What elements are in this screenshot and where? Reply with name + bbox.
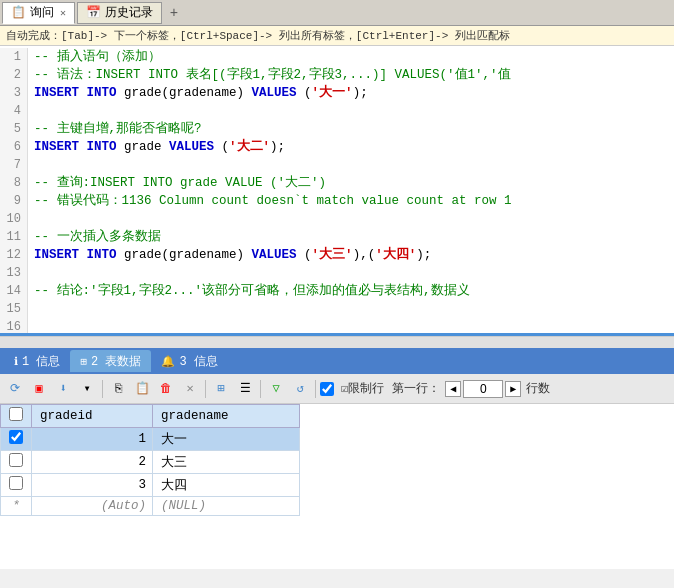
code-line-7: 7 — [0, 156, 674, 174]
line-num-12: 12 — [0, 246, 28, 264]
paste-button[interactable]: 📋 — [131, 378, 153, 400]
line-num-16: 16 — [0, 318, 28, 336]
line-content-5: -- 主键自增,那能否省略呢? — [34, 120, 674, 138]
table-row[interactable]: 1 大一 — [1, 428, 300, 451]
info1-icon: ℹ — [14, 355, 18, 368]
grid-icon: ⊞ — [217, 381, 224, 396]
table-row[interactable]: 2 大三 — [1, 451, 300, 474]
line-content-1: -- 插入语句（添加） — [34, 48, 674, 66]
cell-gradeid-2[interactable]: 2 — [32, 451, 153, 474]
code-line-16: 16 — [0, 318, 674, 336]
line-num-11: 11 — [0, 228, 28, 246]
code-content: 1 -- 插入语句（添加） 2 -- 语法：INSERT INTO 表名[(字段… — [0, 46, 674, 336]
grid-button[interactable]: ⊞ — [210, 378, 232, 400]
cell-gradeid-1[interactable]: 1 — [32, 428, 153, 451]
cell-gradename-3[interactable]: 大四 — [152, 474, 299, 497]
cell-gradename-1[interactable]: 大一 — [152, 428, 299, 451]
stop-button[interactable]: ▣ — [28, 378, 50, 400]
next-page-button[interactable]: ▶ — [505, 381, 521, 397]
stop-icon: ▣ — [35, 381, 42, 396]
new-row-star: * — [1, 497, 32, 516]
gradeid-label: gradeid — [40, 409, 93, 423]
table-icon: ⊞ — [80, 355, 87, 368]
tab-query-label: 询问 — [30, 4, 54, 21]
data-table: gradeid gradename 1 大一 — [0, 404, 300, 516]
hint-bar: 自动完成：[Tab]-> 下一个标签，[Ctrl+Space]-> 列出所有标签… — [0, 26, 674, 46]
result-tab-info3-label: 3 信息 — [179, 353, 217, 370]
prev-page-button[interactable]: ◀ — [445, 381, 461, 397]
limit-label: ☑限制行 — [341, 380, 384, 397]
reload-icon: ↺ — [296, 381, 303, 396]
tab-history-label: 历史记录 — [105, 4, 153, 21]
tab-query[interactable]: 📋 询问 ✕ — [2, 2, 75, 24]
reload-button[interactable]: ↺ — [289, 378, 311, 400]
code-line-15: 15 — [0, 300, 674, 318]
code-line-5: 5 -- 主键自增,那能否省略呢? — [0, 120, 674, 138]
new-row[interactable]: * (Auto) (NULL) — [1, 497, 300, 516]
header-gradeid[interactable]: gradeid — [32, 405, 153, 428]
refresh-button[interactable]: ⟳ — [4, 378, 26, 400]
clear-icon: ✕ — [186, 381, 193, 396]
line-num-3: 3 — [0, 84, 28, 102]
code-editor[interactable]: 1 -- 插入语句（添加） 2 -- 语法：INSERT INTO 表名[(字段… — [0, 46, 674, 336]
new-row-null[interactable]: (NULL) — [152, 497, 299, 516]
line-num-13: 13 — [0, 264, 28, 282]
first-row-label: 第一行： — [392, 380, 440, 397]
code-line-1: 1 -- 插入语句（添加） — [0, 48, 674, 66]
list-button[interactable]: ☰ — [234, 378, 256, 400]
code-line-11: 11 -- 一次插入多条数据 — [0, 228, 674, 246]
dropdown-button[interactable]: ▾ — [76, 378, 98, 400]
result-tabs: ℹ 1 信息 ⊞ 2 表数据 🔔 3 信息 — [0, 348, 674, 374]
export-button[interactable]: ⬇ — [52, 378, 74, 400]
separator-2 — [205, 380, 206, 398]
first-row-input[interactable] — [463, 380, 503, 398]
tab-add-button[interactable]: + — [164, 2, 184, 24]
separator-3 — [260, 380, 261, 398]
tab-bar: 📋 询问 ✕ 📅 历史记录 + — [0, 0, 674, 26]
result-tab-info3[interactable]: 🔔 3 信息 — [151, 350, 227, 372]
tab-history[interactable]: 📅 历史记录 — [77, 2, 162, 24]
code-line-10: 10 — [0, 210, 674, 228]
table-row[interactable]: 3 大四 — [1, 474, 300, 497]
line-content-8: -- 查询:INSERT INTO grade VALUE ('大二') — [34, 174, 674, 192]
cell-gradeid-3[interactable]: 3 — [32, 474, 153, 497]
header-checkbox-cell[interactable] — [1, 405, 32, 428]
row-checkbox-1[interactable] — [9, 430, 23, 444]
data-table-wrapper[interactable]: gradeid gradename 1 大一 — [0, 404, 674, 569]
copy-button[interactable]: ⎘ — [107, 378, 129, 400]
result-tab-tabledata[interactable]: ⊞ 2 表数据 — [70, 350, 151, 372]
filter-button[interactable]: ▽ — [265, 378, 287, 400]
cell-gradename-2[interactable]: 大三 — [152, 451, 299, 474]
tab-query-close[interactable]: ✕ — [60, 7, 66, 19]
query-icon: 📋 — [11, 5, 26, 20]
result-toolbar: ⟳ ▣ ⬇ ▾ ⎘ 📋 🗑 ✕ ⊞ ☰ — [0, 374, 674, 404]
row-checkbox-3[interactable] — [9, 476, 23, 490]
row-checkbox-2[interactable] — [9, 453, 23, 467]
line-num-7: 7 — [0, 156, 28, 174]
line-num-10: 10 — [0, 210, 28, 228]
row-check-cell-2[interactable] — [1, 451, 32, 474]
row-check-cell-3[interactable] — [1, 474, 32, 497]
new-row-auto[interactable]: (Auto) — [32, 497, 153, 516]
clear-button[interactable]: ✕ — [179, 378, 201, 400]
horizontal-scrollbar[interactable] — [0, 336, 674, 348]
header-gradename[interactable]: gradename — [152, 405, 299, 428]
delete-icon: 🗑 — [160, 381, 172, 396]
result-tab-info1-label: 1 信息 — [22, 353, 60, 370]
code-line-12: 12 INSERT INTO grade(gradename) VALUES (… — [0, 246, 674, 264]
line-num-5: 5 — [0, 120, 28, 138]
hint-text: 自动完成：[Tab]-> 下一个标签，[Ctrl+Space]-> 列出所有标签… — [6, 30, 510, 42]
row-check-cell-1[interactable] — [1, 428, 32, 451]
result-tab-info1[interactable]: ℹ 1 信息 — [4, 350, 70, 372]
line-num-9: 9 — [0, 192, 28, 210]
gradename-label: gradename — [161, 409, 229, 423]
code-line-13: 13 — [0, 264, 674, 282]
line-content-11: -- 一次插入多条数据 — [34, 228, 674, 246]
code-line-4: 4 — [0, 102, 674, 120]
select-all-checkbox[interactable] — [9, 407, 23, 421]
line-content-14: -- 结论:'字段1,字段2...'该部分可省略，但添加的值必与表结构,数据义 — [34, 282, 674, 300]
limit-checkbox[interactable] — [320, 382, 334, 396]
code-line-14: 14 -- 结论:'字段1,字段2...'该部分可省略，但添加的值必与表结构,数… — [0, 282, 674, 300]
line-num-6: 6 — [0, 138, 28, 156]
delete-button[interactable]: 🗑 — [155, 378, 177, 400]
